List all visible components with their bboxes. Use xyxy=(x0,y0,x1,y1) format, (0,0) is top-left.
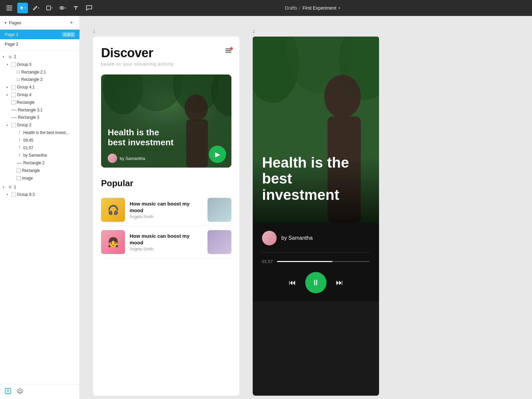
comment-tool-button[interactable] xyxy=(84,3,94,13)
layer-label: 09:45 xyxy=(23,138,79,143)
player-author-name: by Samantha xyxy=(281,235,313,241)
layer-group83[interactable]: ▾ Group 8.3 xyxy=(0,191,79,199)
canvas-area: 1 Discover xyxy=(80,16,532,399)
text-icon: T xyxy=(17,130,22,135)
text-icon: T xyxy=(17,153,22,158)
page1-label: Page 1 xyxy=(5,32,18,37)
layer-rect21[interactable]: Rectangle 2.1 xyxy=(0,68,79,76)
hero-card[interactable]: Health is the best investment by Samanth… xyxy=(101,74,231,168)
layer-rect3[interactable]: Rectangle 3 xyxy=(0,114,79,121)
song2-title: How music can boost my mood xyxy=(130,233,203,246)
layer-label: image xyxy=(22,176,79,181)
frame1-number: 1 xyxy=(93,29,239,34)
menu-button[interactable] xyxy=(4,3,15,13)
line-icon xyxy=(17,163,22,164)
music-extra-thumb-2 xyxy=(207,230,231,254)
layer-rectb[interactable]: Rectangle xyxy=(0,167,79,175)
player-separator xyxy=(262,252,370,252)
group-icon xyxy=(11,85,16,89)
svg-rect-2 xyxy=(6,10,12,10)
play-button[interactable]: ▶ xyxy=(209,146,226,163)
discover-title: Discover xyxy=(101,46,153,60)
song1-artist: Angela Smith xyxy=(130,214,203,219)
music-card-2[interactable]: 👧 How music can boost my mood Angela Smi… xyxy=(101,226,231,258)
shape-tool-button[interactable]: ▾ xyxy=(44,3,55,13)
layer-label: Rectangle 2 xyxy=(21,77,79,82)
music-card-1[interactable]: 🎧 How music can boost my mood Angela Smi… xyxy=(101,194,231,226)
layer-label: Group 3 xyxy=(17,62,79,67)
image-icon xyxy=(17,176,21,180)
text-tool-button[interactable] xyxy=(70,3,81,13)
layer-label: by Samantha xyxy=(23,153,79,158)
move-tool-button[interactable]: ▾ xyxy=(17,3,28,13)
next-button[interactable]: ⏭ xyxy=(336,278,343,287)
player-author-row: by Samantha xyxy=(262,231,370,245)
layer-tree: ▾ ⊞ 2 ▾ Group 3 Rectangle 2.1 Rectangle … xyxy=(0,52,79,200)
layer-label: Group 4 xyxy=(17,92,79,98)
layer-frame1[interactable]: ▾ ⊞ 1 xyxy=(0,184,79,191)
popular-section: Popular 🎧 How music can boost my mood An… xyxy=(93,173,239,258)
progress-bar[interactable] xyxy=(277,261,370,262)
author-avatar xyxy=(108,154,117,163)
layer-time2[interactable]: T 01:57 xyxy=(0,144,79,152)
line-icon xyxy=(11,110,17,110)
boolean-tool-button[interactable]: ▾ xyxy=(57,3,68,13)
layer-frame2[interactable]: ▾ ⊞ 2 xyxy=(0,53,79,61)
prev-button[interactable]: ⏮ xyxy=(289,278,296,287)
player-frame: Health is the best investment by Samanth… xyxy=(253,37,379,396)
breadcrumb-current[interactable]: First Experiment xyxy=(303,5,336,11)
chevron-icon: ▾ xyxy=(3,185,6,190)
layer-rectangle[interactable]: Rectangle xyxy=(0,99,79,106)
hamburger-icon[interactable] xyxy=(225,49,231,53)
layer-time1[interactable]: T 09:45 xyxy=(0,137,79,144)
layer-image[interactable]: image xyxy=(0,175,79,182)
layer-label: Rectangle 2 xyxy=(23,160,79,166)
svg-rect-1 xyxy=(6,8,12,8)
discover-top-row: Discover xyxy=(101,46,231,60)
text-icon: T xyxy=(17,146,22,150)
frame-icon: ⊞ xyxy=(7,185,13,190)
song2-artist: Angela Smith xyxy=(130,247,203,251)
layer-label: 01:57 xyxy=(23,145,79,151)
layer-group4[interactable]: ▸ Group 4 xyxy=(0,91,79,99)
page1-item[interactable]: Page 1 1 of 2 xyxy=(0,30,79,39)
pen-tool-button[interactable]: ▾ xyxy=(31,3,41,13)
add-page-button[interactable]: + xyxy=(68,19,75,26)
sidebar-bottom xyxy=(0,384,79,399)
chevron-icon: ▾ xyxy=(7,193,10,197)
hero-author: by Samantha xyxy=(108,154,145,163)
layer-label: 2 xyxy=(14,54,79,60)
player-bottom: by Samantha 01:57 ⏮ ⏸ ⏭ xyxy=(253,223,379,301)
layer-label: Rectangle 3 xyxy=(18,115,79,120)
chevron-icon: ▸ xyxy=(7,93,10,97)
group-icon xyxy=(11,193,16,197)
group-icon xyxy=(11,123,16,127)
layer-health-text[interactable]: T Health is the best invest... xyxy=(0,129,79,137)
author-name: by Samantha xyxy=(120,156,145,161)
page2-item[interactable]: Page 2 xyxy=(0,39,79,49)
layer-group2[interactable]: ▸ Group 2 xyxy=(0,121,79,129)
svg-rect-6 xyxy=(5,388,11,394)
group-icon xyxy=(11,63,16,67)
main-layout: ▾ Pages + Page 1 1 of 2 Page 2 ▾ ⊞ 2 ▾ xyxy=(0,16,532,399)
player-hero-text: Health is the best investment xyxy=(262,155,368,203)
components-button[interactable] xyxy=(17,388,23,396)
text-icon: T xyxy=(17,138,22,143)
layer-group41[interactable]: ▸ Group 4.1 xyxy=(0,83,79,91)
layer-rect31[interactable]: Rectangle 3.1 xyxy=(0,106,79,114)
pause-button[interactable]: ⏸ xyxy=(305,272,327,293)
layer-by-samantha[interactable]: T by Samantha xyxy=(0,152,79,159)
community-button[interactable] xyxy=(5,388,11,396)
music-info-2: How music can boost my mood Angela Smith xyxy=(130,233,203,251)
layer-label: Health is the best invest... xyxy=(23,130,79,136)
layer-group3[interactable]: ▾ Group 3 xyxy=(0,61,79,68)
menu-icon-wrapper[interactable] xyxy=(225,49,231,53)
player-hero: Health is the best investment xyxy=(253,37,379,223)
layer-rect2b[interactable]: Rectangle 2 xyxy=(0,159,79,167)
page2-label: Page 2 xyxy=(5,42,18,47)
layer-rect2[interactable]: Rectangle 2 xyxy=(0,76,79,83)
sidebar: ▾ Pages + Page 1 1 of 2 Page 2 ▾ ⊞ 2 ▾ xyxy=(0,16,80,399)
rect-icon xyxy=(17,169,21,173)
frame-icon: ⊞ xyxy=(7,55,13,60)
svg-point-19 xyxy=(324,75,361,118)
